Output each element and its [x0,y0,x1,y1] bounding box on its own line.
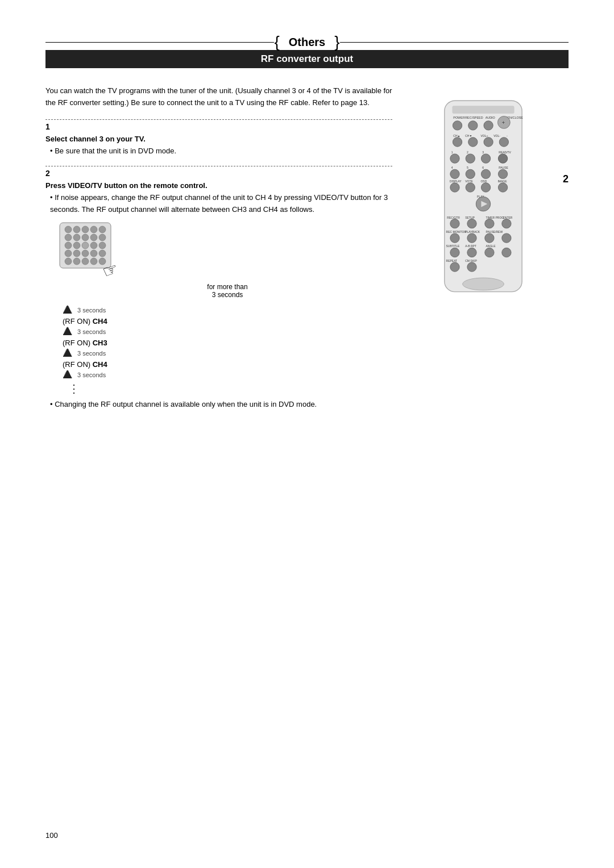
ch4-label-2: (RF ON) CH4 [63,360,107,369]
flow-row-2: ⯅ 3 seconds [63,326,392,338]
left-column: You can watch the TV programs with the t… [45,85,398,420]
for-more-label: for more than 3 seconds [63,283,392,299]
svg-text:REPEAT: REPEAT [446,259,458,262]
svg-point-2 [73,226,80,233]
svg-point-10 [99,234,106,241]
title-line-left [45,42,274,43]
svg-point-22 [73,258,80,265]
svg-point-93 [485,248,494,257]
svg-point-16 [65,250,72,257]
flow-row-3: ⯅ 3 seconds [63,348,392,360]
svg-point-20 [99,250,106,257]
svg-point-92 [467,248,476,257]
svg-text:REC/GTR: REC/GTR [447,216,460,219]
svg-rect-27 [452,106,514,114]
svg-point-13 [82,242,89,249]
page-number: 100 [45,831,58,840]
svg-text:CH▲: CH▲ [453,134,460,137]
svg-text:SETUP: SETUP [465,216,475,219]
seconds-1: 3 seconds [77,307,106,314]
svg-point-50 [450,154,459,163]
svg-text:2: 2 [467,151,468,154]
seconds-text: 3 seconds [212,291,243,299]
svg-text:TIMER PROG: TIMER PROG [486,216,504,219]
svg-point-66 [450,183,459,192]
right-column: POWER REC/SPEED AUDIO OPEN/CLOSE + CH▲ C… [409,85,569,420]
svg-point-51 [466,154,475,163]
hand-icon: ☞ [100,258,121,282]
continuation-dots: ⋮ [68,382,80,395]
ch3-label-1: (RF ON) CH3 [63,339,107,347]
intro-text: You can watch the TV programs with the t… [45,85,392,109]
flow-ch3-1: (RF ON) CH3 [63,339,392,347]
svg-text:6: 6 [482,166,484,169]
svg-text:IMAGE: IMAGE [497,180,507,183]
svg-point-98 [467,262,476,272]
flow-row-4: ⯅ 3 seconds [63,369,392,381]
svg-text:OSD: OSD [480,180,487,183]
svg-text:PAUSE: PAUSE [499,166,508,169]
svg-point-3 [82,226,89,233]
section-header: { Others } RF converter output [45,34,569,68]
step2-title: Press VIDEO/TV button on the remote cont… [45,181,392,190]
step1-divider [45,119,392,120]
step2-number: 2 [45,169,392,178]
seconds-4: 3 seconds [77,372,106,378]
remote-control-svg: POWER REC/SPEED AUDIO OPEN/CLOSE + CH▲ C… [426,85,540,312]
svg-point-85 [467,233,476,243]
svg-point-84 [450,233,459,243]
arrow-1: ⯅ [63,304,73,316]
svg-point-23 [82,258,89,265]
section-title: Others [280,36,334,49]
svg-point-4 [90,226,97,233]
svg-point-67 [466,183,475,192]
svg-point-14 [90,242,97,249]
svg-text:PLAYBACK: PLAYBACK [465,230,480,233]
svg-point-42 [453,137,462,147]
svg-point-1 [65,226,72,233]
svg-point-24 [90,258,97,265]
svg-text:4: 4 [451,166,453,169]
arrow-4: ⯅ [63,369,73,381]
svg-text:A-B RPT: A-B RPT [465,244,476,248]
svg-text:5: 5 [467,166,468,169]
step2-side-label: 2 [563,173,569,185]
curly-left-decoration: { [274,34,279,50]
svg-point-9 [90,234,97,241]
svg-point-32 [453,121,462,130]
svg-point-59 [466,169,475,178]
mini-remote-illustration: ☞ [57,222,114,277]
svg-point-8 [82,234,89,241]
svg-point-94 [502,248,511,257]
svg-text:VOL+: VOL+ [480,134,488,137]
svg-text:READ/TV: READ/TV [499,151,511,154]
svg-point-5 [99,226,106,233]
curly-right-decoration: } [334,34,339,50]
title-line-right [340,42,569,43]
svg-point-19 [90,250,97,257]
svg-point-87 [502,233,511,243]
flow-dots: ⋮ [63,382,392,395]
svg-point-61 [498,169,507,178]
svg-point-15 [99,242,106,249]
svg-point-43 [468,137,478,147]
svg-point-78 [485,219,494,228]
svg-point-86 [485,233,494,243]
svg-text:CH▼: CH▼ [465,134,472,137]
svg-text:DISPLAY: DISPLAY [450,180,462,183]
svg-point-45 [499,137,508,147]
svg-point-76 [450,219,459,228]
svg-text:+: + [502,120,505,126]
svg-text:POWER: POWER [453,116,465,119]
arrow-3: ⯅ [63,348,73,360]
svg-point-17 [73,250,80,257]
title-row: { Others } [45,34,569,50]
svg-point-99 [463,278,504,290]
ch4-label-1: (RF ON) CH4 [63,317,107,326]
svg-point-79 [502,219,511,228]
svg-text:1: 1 [451,151,453,154]
step2-content: 2 Press VIDEO/TV button on the remote co… [45,169,392,410]
svg-point-53 [498,154,507,163]
svg-text:3: 3 [482,151,484,154]
svg-text:VOL-: VOL- [493,134,500,137]
